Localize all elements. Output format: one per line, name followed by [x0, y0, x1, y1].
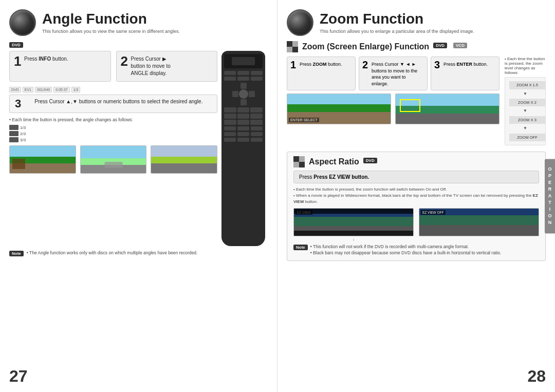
remote-dpad-down[interactable]	[240, 99, 247, 105]
remote-num-6[interactable]	[250, 114, 263, 119]
remote-btn-last-1[interactable]	[224, 138, 236, 142]
right-page-number: 28	[527, 367, 546, 386]
zoom-vcd-badge: VCD	[453, 43, 467, 48]
aspect-title: Aspect Ratio	[309, 157, 359, 166]
zoom-step-2-text: Press Cursor ▼ ◄ ► buttons to move to th…	[372, 61, 423, 87]
operation-tab: OPERATION	[545, 159, 555, 233]
remote-btn-last-3[interactable]	[251, 138, 263, 142]
right-page-subtitle: This function allows you to enlarge a pa…	[320, 29, 474, 34]
remote-body	[221, 51, 265, 246]
svg-rect-7	[293, 162, 299, 167]
angle-image-3	[151, 145, 217, 174]
step-3-text: Press Cursor ▲,▼ buttons or numeric butt…	[34, 98, 202, 105]
remote-control	[221, 51, 268, 246]
remote-dpad-left[interactable]	[232, 91, 238, 97]
remote-btn-bot-3[interactable]	[251, 126, 263, 130]
zoom-step-1: 1 Press ZOOM button.	[287, 57, 356, 90]
angle-badge-2	[9, 131, 18, 136]
zoom-image-1: ENTER SELECT	[287, 94, 391, 124]
remote-num-5[interactable]	[237, 114, 250, 119]
right-page-title: Zoom Function	[320, 11, 474, 27]
svg-rect-4	[293, 156, 299, 162]
svg-rect-3	[287, 47, 292, 52]
aspect-note: Note • This function will not work if th…	[293, 244, 539, 256]
note-text: • The Angle function works only with dis…	[27, 250, 198, 256]
zoom-steps-row: 1 Press ZOOM button. 2 Press Cursor ▼ ◄ …	[287, 57, 499, 90]
angle-image-2	[80, 145, 147, 174]
remote-num-8[interactable]	[237, 120, 250, 125]
remote-btn-bot-1[interactable]	[224, 126, 236, 130]
zoom-steps-and-images: 1 Press ZOOM button. 2 Press Cursor ▼ ◄ …	[287, 57, 499, 145]
zoom-level-1: ZOOM X 1.5	[509, 81, 545, 89]
remote-num-7[interactable]	[224, 120, 236, 125]
step-1-number: 1	[14, 54, 21, 68]
remote-btn-grid	[224, 107, 263, 125]
zoom-note-text: • Each time the button is pressed, the z…	[505, 57, 546, 75]
camera-icon	[9, 9, 36, 36]
svg-rect-2	[292, 41, 298, 47]
remote-num-9[interactable]	[250, 120, 263, 125]
zoom-level-3: ZOOM X 3	[509, 116, 545, 124]
angle-badge-1	[9, 125, 18, 130]
left-page-subtitle: This function allows you to view the sam…	[42, 29, 180, 34]
zoom-step-3: 3 Press ENTER button.	[431, 57, 499, 90]
remote-dpad-up[interactable]	[240, 83, 247, 89]
zoom-image-1-label: ENTER SELECT	[289, 118, 319, 122]
remote-btn-bot-2[interactable]	[237, 126, 249, 130]
remote-dpad-center[interactable]	[239, 89, 248, 99]
aspect-bullets: • Each time the button is pressed, the z…	[293, 186, 539, 205]
zoom-content-row: 1 Press ZOOM button. 2 Press Cursor ▼ ◄ …	[287, 57, 546, 145]
step-3-box: 3 Press Cursor ▲,▼ buttons or numeric bu…	[9, 95, 217, 113]
remote-btn-extra-3[interactable]	[251, 132, 263, 136]
step-1-text: Press INFO button.	[24, 55, 105, 63]
svg-rect-5	[299, 162, 305, 167]
aspect-note-1: • This function will not work if the DVD…	[310, 244, 502, 250]
ezview-box: Press Press EZ VIEW button.	[293, 171, 539, 183]
remote-btn-top-2[interactable]	[237, 71, 249, 75]
remote-btn-extra-2[interactable]	[237, 132, 249, 136]
aspect-image-2: EZ VIEW OFF	[419, 208, 539, 236]
aspect-image-1: EZ VIEW	[293, 208, 414, 236]
steps-with-remote: 1 Press INFO button. 2 Press Cursor ▶ bu…	[9, 51, 268, 246]
remote-btn-extra-1[interactable]	[224, 132, 236, 136]
zoom-section-header: Zoom (Screen Enlarge) Function DVD VCD	[287, 41, 546, 52]
steps-1-2-row: 1 Press INFO button. 2 Press Cursor ▶ bu…	[9, 51, 217, 82]
aspect-ratio-section: Aspect Ratio DVD Press Press EZ VIEW but…	[287, 152, 546, 261]
remote-btn-row2-1[interactable]	[224, 77, 236, 81]
remote-num-3[interactable]	[250, 107, 263, 113]
step-2-number: 2	[121, 54, 128, 68]
zoom-level-2: ZOOM X 2	[509, 99, 545, 107]
steps-content: 1 Press INFO button. 2 Press Cursor ▶ bu…	[9, 51, 217, 246]
remote-dpad-right[interactable]	[249, 91, 255, 97]
left-page: Angle Function This function allows you …	[0, 0, 278, 392]
remote-num-1[interactable]	[224, 107, 236, 113]
remote-num-2[interactable]	[237, 107, 250, 113]
zoom-level-4: ZOOM OFF	[509, 134, 545, 142]
left-page-title: Angle Function	[42, 11, 180, 27]
remote-btn-top-1[interactable]	[224, 71, 236, 75]
left-header: Angle Function This function allows you …	[9, 9, 268, 36]
angle-image-1	[9, 145, 76, 174]
angle-images-row	[9, 145, 217, 174]
ezview-text: Press EZ VIEW button.	[313, 174, 369, 180]
aspect-dvd-badge: DVD	[363, 158, 377, 163]
ezview-off-label: EZ VIEW OFF	[421, 210, 446, 215]
remote-btn-last-2[interactable]	[237, 138, 249, 142]
remote-num-4[interactable]	[224, 114, 236, 119]
svg-rect-0	[287, 41, 292, 47]
left-page-number: 27	[9, 367, 28, 386]
zoom-section-icon	[287, 41, 298, 52]
zoom-section: Zoom (Screen Enlarge) Function DVD VCD 1…	[287, 41, 546, 145]
right-header: Zoom Function This function allows you t…	[287, 9, 546, 36]
zoom-section-title: Zoom (Screen Enlarge) Function	[302, 42, 429, 51]
remote-btn-row2-3[interactable]	[251, 77, 263, 81]
dvd-badge: DVD	[9, 42, 23, 48]
remote-btn-row2-2[interactable]	[237, 77, 249, 81]
remote-btn-top-3[interactable]	[251, 71, 263, 75]
remote-dpad	[232, 83, 255, 105]
svg-rect-1	[292, 47, 298, 52]
aspect-header: Aspect Ratio DVD	[293, 156, 539, 167]
step-2-box: 2 Press Cursor ▶ button to move to ANGLE…	[116, 51, 218, 82]
step-2-text: Press Cursor ▶ button to move to ANGLE d…	[131, 55, 212, 77]
aspect-note-2: • Black bars may not disappear because s…	[310, 250, 502, 256]
